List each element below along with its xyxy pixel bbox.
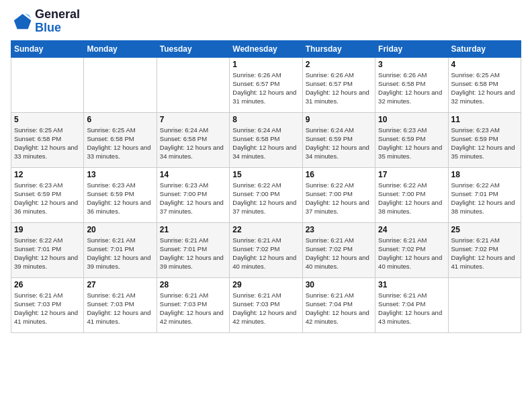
- day-number: 31: [378, 280, 445, 289]
- day-info: Sunrise: 6:25 AM Sunset: 6:58 PM Dayligh…: [451, 71, 518, 106]
- page: General Blue SundayMondayTuesdayWednesda…: [0, 0, 532, 411]
- day-number: 16: [306, 170, 372, 179]
- weekday-header-row: SundayMondayTuesdayWednesdayThursdayFrid…: [11, 40, 521, 57]
- day-number: 27: [87, 280, 153, 289]
- weekday-friday: Friday: [375, 40, 448, 57]
- calendar-cell: 5Sunrise: 6:25 AM Sunset: 6:58 PM Daylig…: [11, 112, 84, 167]
- calendar-cell: 30Sunrise: 6:21 AM Sunset: 7:04 PM Dayli…: [302, 277, 375, 332]
- calendar-cell: 25Sunrise: 6:21 AM Sunset: 7:02 PM Dayli…: [448, 222, 521, 277]
- logo-text: General Blue: [35, 8, 80, 35]
- logo-icon: [11, 11, 32, 32]
- day-number: 5: [14, 115, 81, 124]
- calendar-cell: 7Sunrise: 6:24 AM Sunset: 6:58 PM Daylig…: [157, 112, 229, 167]
- calendar-cell: 4Sunrise: 6:25 AM Sunset: 6:58 PM Daylig…: [448, 57, 521, 112]
- logo: General Blue: [11, 8, 80, 35]
- day-number: 3: [378, 60, 445, 69]
- day-number: 22: [232, 225, 299, 234]
- calendar-cell: 23Sunrise: 6:21 AM Sunset: 7:02 PM Dayli…: [302, 222, 375, 277]
- day-number: 10: [378, 115, 445, 124]
- day-number: 21: [160, 225, 226, 234]
- day-info: Sunrise: 6:22 AM Sunset: 7:00 PM Dayligh…: [378, 181, 445, 216]
- calendar-cell: 13Sunrise: 6:23 AM Sunset: 6:59 PM Dayli…: [84, 167, 157, 222]
- day-info: Sunrise: 6:23 AM Sunset: 6:59 PM Dayligh…: [14, 181, 81, 216]
- day-info: Sunrise: 6:23 AM Sunset: 6:59 PM Dayligh…: [378, 126, 445, 161]
- day-info: Sunrise: 6:24 AM Sunset: 6:58 PM Dayligh…: [160, 126, 226, 161]
- calendar-cell: 24Sunrise: 6:21 AM Sunset: 7:02 PM Dayli…: [375, 222, 448, 277]
- day-info: Sunrise: 6:26 AM Sunset: 6:58 PM Dayligh…: [378, 71, 445, 106]
- day-info: Sunrise: 6:22 AM Sunset: 7:01 PM Dayligh…: [14, 236, 81, 271]
- day-info: Sunrise: 6:25 AM Sunset: 6:58 PM Dayligh…: [14, 126, 81, 161]
- day-info: Sunrise: 6:21 AM Sunset: 7:01 PM Dayligh…: [160, 236, 226, 271]
- day-number: 14: [160, 170, 226, 179]
- calendar-cell: 19Sunrise: 6:22 AM Sunset: 7:01 PM Dayli…: [11, 222, 84, 277]
- calendar-cell: 2Sunrise: 6:26 AM Sunset: 6:57 PM Daylig…: [302, 57, 375, 112]
- day-info: Sunrise: 6:21 AM Sunset: 7:02 PM Dayligh…: [232, 236, 299, 271]
- calendar-cell: 3Sunrise: 6:26 AM Sunset: 6:58 PM Daylig…: [375, 57, 448, 112]
- day-number: 23: [306, 225, 372, 234]
- calendar-week-4: 19Sunrise: 6:22 AM Sunset: 7:01 PM Dayli…: [11, 222, 521, 277]
- calendar-cell: 26Sunrise: 6:21 AM Sunset: 7:03 PM Dayli…: [11, 277, 84, 332]
- day-number: 28: [160, 280, 226, 289]
- day-number: 18: [451, 170, 518, 179]
- day-number: 7: [160, 115, 226, 124]
- day-number: 9: [306, 115, 372, 124]
- day-info: Sunrise: 6:21 AM Sunset: 7:04 PM Dayligh…: [306, 291, 372, 326]
- calendar-cell: 10Sunrise: 6:23 AM Sunset: 6:59 PM Dayli…: [375, 112, 448, 167]
- weekday-tuesday: Tuesday: [157, 40, 229, 57]
- calendar-week-2: 5Sunrise: 6:25 AM Sunset: 6:58 PM Daylig…: [11, 112, 521, 167]
- calendar-cell: 27Sunrise: 6:21 AM Sunset: 7:03 PM Dayli…: [84, 277, 157, 332]
- day-number: 8: [232, 115, 299, 124]
- day-info: Sunrise: 6:25 AM Sunset: 6:58 PM Dayligh…: [87, 126, 153, 161]
- day-info: Sunrise: 6:23 AM Sunset: 7:00 PM Dayligh…: [160, 181, 226, 216]
- calendar-week-1: 1Sunrise: 6:26 AM Sunset: 6:57 PM Daylig…: [11, 57, 521, 112]
- calendar-cell: 11Sunrise: 6:23 AM Sunset: 6:59 PM Dayli…: [448, 112, 521, 167]
- calendar-cell: 14Sunrise: 6:23 AM Sunset: 7:00 PM Dayli…: [157, 167, 229, 222]
- day-number: 13: [87, 170, 153, 179]
- day-info: Sunrise: 6:21 AM Sunset: 7:02 PM Dayligh…: [306, 236, 372, 271]
- day-number: 1: [232, 60, 299, 69]
- calendar-cell: 8Sunrise: 6:24 AM Sunset: 6:58 PM Daylig…: [230, 112, 302, 167]
- weekday-sunday: Sunday: [11, 40, 84, 57]
- day-number: 11: [451, 115, 518, 124]
- day-info: Sunrise: 6:21 AM Sunset: 7:02 PM Dayligh…: [451, 236, 518, 271]
- day-info: Sunrise: 6:23 AM Sunset: 6:59 PM Dayligh…: [87, 181, 153, 216]
- day-info: Sunrise: 6:21 AM Sunset: 7:03 PM Dayligh…: [232, 291, 299, 326]
- calendar-week-5: 26Sunrise: 6:21 AM Sunset: 7:03 PM Dayli…: [11, 277, 521, 332]
- day-info: Sunrise: 6:22 AM Sunset: 7:00 PM Dayligh…: [306, 181, 372, 216]
- calendar-cell: 12Sunrise: 6:23 AM Sunset: 6:59 PM Dayli…: [11, 167, 84, 222]
- day-number: 19: [14, 225, 81, 234]
- calendar-cell: 6Sunrise: 6:25 AM Sunset: 6:58 PM Daylig…: [84, 112, 157, 167]
- calendar-cell: [84, 57, 157, 112]
- day-info: Sunrise: 6:21 AM Sunset: 7:03 PM Dayligh…: [160, 291, 226, 326]
- calendar-table: SundayMondayTuesdayWednesdayThursdayFrid…: [11, 40, 521, 333]
- header: General Blue: [11, 8, 521, 35]
- day-info: Sunrise: 6:24 AM Sunset: 6:58 PM Dayligh…: [232, 126, 299, 161]
- day-number: 17: [378, 170, 445, 179]
- day-info: Sunrise: 6:26 AM Sunset: 6:57 PM Dayligh…: [232, 71, 299, 106]
- calendar-cell: 21Sunrise: 6:21 AM Sunset: 7:01 PM Dayli…: [157, 222, 229, 277]
- day-info: Sunrise: 6:22 AM Sunset: 7:00 PM Dayligh…: [232, 181, 299, 216]
- day-number: 24: [378, 225, 445, 234]
- day-info: Sunrise: 6:23 AM Sunset: 6:59 PM Dayligh…: [451, 126, 518, 161]
- day-info: Sunrise: 6:21 AM Sunset: 7:03 PM Dayligh…: [87, 291, 153, 326]
- day-number: 4: [451, 60, 518, 69]
- calendar-cell: 16Sunrise: 6:22 AM Sunset: 7:00 PM Dayli…: [302, 167, 375, 222]
- day-info: Sunrise: 6:21 AM Sunset: 7:02 PM Dayligh…: [378, 236, 445, 271]
- calendar-cell: 29Sunrise: 6:21 AM Sunset: 7:03 PM Dayli…: [230, 277, 302, 332]
- weekday-saturday: Saturday: [448, 40, 521, 57]
- weekday-monday: Monday: [84, 40, 157, 57]
- day-info: Sunrise: 6:21 AM Sunset: 7:04 PM Dayligh…: [378, 291, 445, 326]
- calendar-cell: 28Sunrise: 6:21 AM Sunset: 7:03 PM Dayli…: [157, 277, 229, 332]
- day-info: Sunrise: 6:22 AM Sunset: 7:01 PM Dayligh…: [451, 181, 518, 216]
- day-info: Sunrise: 6:24 AM Sunset: 6:59 PM Dayligh…: [306, 126, 372, 161]
- calendar-cell: [157, 57, 229, 112]
- day-number: 25: [451, 225, 518, 234]
- day-info: Sunrise: 6:26 AM Sunset: 6:57 PM Dayligh…: [306, 71, 372, 106]
- day-info: Sunrise: 6:21 AM Sunset: 7:01 PM Dayligh…: [87, 236, 153, 271]
- calendar-cell: 31Sunrise: 6:21 AM Sunset: 7:04 PM Dayli…: [375, 277, 448, 332]
- day-number: 12: [14, 170, 81, 179]
- day-number: 6: [87, 115, 153, 124]
- day-info: Sunrise: 6:21 AM Sunset: 7:03 PM Dayligh…: [14, 291, 81, 326]
- calendar-cell: [448, 277, 521, 332]
- calendar-cell: 17Sunrise: 6:22 AM Sunset: 7:00 PM Dayli…: [375, 167, 448, 222]
